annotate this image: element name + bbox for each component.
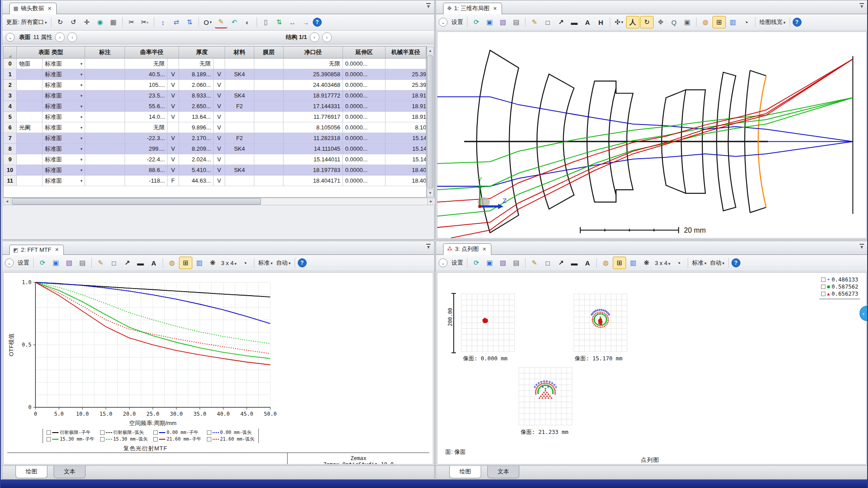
rectangle-tool-icon[interactable]: □ xyxy=(541,257,554,269)
layers-icon[interactable]: ❋ xyxy=(206,257,219,269)
clear-semi-dia-cell[interactable]: 18.404171 xyxy=(284,176,343,186)
radius-cell[interactable]: 无限 xyxy=(125,59,167,69)
arrow-tool-icon[interactable]: ↗ xyxy=(555,16,567,28)
material-cell[interactable]: SK4 xyxy=(225,90,254,101)
row-number[interactable]: 4 xyxy=(4,101,17,112)
surface-name-cell[interactable] xyxy=(17,112,43,122)
lamp-icon[interactable]: ◍ xyxy=(166,257,178,269)
text-tool-icon[interactable]: A xyxy=(148,257,160,269)
thickness-cell[interactable]: 2.650... xyxy=(179,101,214,112)
save-icon[interactable]: ▧ xyxy=(497,257,509,269)
rotate-icon[interactable]: ↻ xyxy=(640,16,654,28)
orbit-icon[interactable]: 人 xyxy=(626,16,639,28)
row-number[interactable]: 8 xyxy=(4,144,17,154)
surface-type-cell[interactable]: 标准面▾ xyxy=(43,59,85,69)
save-icon[interactable]: ▧ xyxy=(497,16,509,28)
coating-cell[interactable] xyxy=(254,165,284,176)
help-icon[interactable]: ? xyxy=(732,258,740,267)
thickness-cell[interactable]: 8.933... xyxy=(179,90,214,101)
material-cell[interactable] xyxy=(225,154,254,165)
coating-cell[interactable] xyxy=(254,133,284,144)
thickness-solve-flag[interactable]: V xyxy=(214,101,225,112)
film-icon[interactable]: ▦ xyxy=(107,16,120,28)
material-cell[interactable] xyxy=(225,112,254,122)
material-cell[interactable] xyxy=(225,122,254,133)
comment-cell[interactable] xyxy=(85,59,125,69)
coating-cell[interactable] xyxy=(254,154,284,165)
extension-cell[interactable]: 0.0000... xyxy=(343,80,385,90)
surface-name-cell[interactable] xyxy=(17,69,43,80)
global-coordinates-icon[interactable]: ◉ xyxy=(94,16,106,28)
reset-view-icon[interactable]: ▣ xyxy=(681,16,693,28)
close-icon[interactable]: ✕ xyxy=(55,247,59,253)
standard-dropdown[interactable]: 标准▾ xyxy=(691,259,708,267)
settings-button[interactable]: 设置 xyxy=(16,259,31,267)
column-header-clear[interactable]: 净口径 xyxy=(284,47,343,58)
chevron-down-icon[interactable]: ⌄ xyxy=(6,33,15,42)
refresh-icon[interactable]: ⟳ xyxy=(470,16,483,28)
mech-semi-dia-cell[interactable]: 无限 xyxy=(385,59,426,69)
clear-semi-dia-cell[interactable]: 8.105056 xyxy=(284,122,343,133)
comment-cell[interactable] xyxy=(85,90,125,101)
thickness-cell[interactable]: 9.896... xyxy=(179,122,214,133)
mech-semi-dia-cell[interactable]: 18.404171 xyxy=(385,176,426,186)
panel-menu-icon[interactable]: ▼ xyxy=(426,244,431,249)
mech-semi-dia-cell[interactable]: 15.144011 xyxy=(385,144,426,154)
thickness-solve-flag[interactable]: V xyxy=(214,154,225,165)
radius-solve-flag[interactable] xyxy=(167,59,179,69)
scroll-right-icon[interactable]: ► xyxy=(427,198,435,205)
surface-type-cell[interactable]: 标准面▾ xyxy=(43,144,85,154)
table-row-surface-11[interactable]: 11标准面▾-118...F44.63...V18.4041710.0000..… xyxy=(4,176,426,186)
radius-cell[interactable]: 88.6... xyxy=(125,165,167,176)
surface-name-cell[interactable]: 物面 xyxy=(17,59,43,69)
coating-cell[interactable] xyxy=(254,112,284,122)
refresh-icon[interactable]: ⟳ xyxy=(36,257,49,269)
line-tool-icon[interactable]: ▬ xyxy=(134,257,147,269)
thickness-solve-flag[interactable]: V xyxy=(214,80,225,90)
comment-cell[interactable] xyxy=(85,154,125,165)
thickness-cell[interactable]: 无限 xyxy=(179,59,214,69)
mech-semi-dia-cell[interactable]: 15.144011 xyxy=(385,154,426,165)
material-cell[interactable]: SK4 xyxy=(225,165,254,176)
tab-lens-data[interactable]: ▦ 镜头数据 ✕ xyxy=(9,3,57,14)
pencil-icon[interactable]: ✎ xyxy=(528,257,541,269)
coating-cell[interactable] xyxy=(254,90,284,101)
table-row-surface-10[interactable]: 10标准面▾88.6...V5.410...VSK418.1977830.000… xyxy=(4,165,426,176)
material-cell[interactable] xyxy=(225,80,254,90)
pencil-icon[interactable]: ✎ xyxy=(94,257,107,269)
clear-semi-dia-cell[interactable]: 25.390858 xyxy=(284,69,343,80)
thickness-cell[interactable]: 8.209... xyxy=(179,144,214,154)
line-tool-icon[interactable]: ▬ xyxy=(568,257,580,269)
thickness-cell[interactable]: 8.189... xyxy=(179,69,214,80)
help-icon[interactable]: ? xyxy=(298,258,307,267)
radius-solve-flag[interactable] xyxy=(167,122,179,133)
extension-cell[interactable]: 0.0000... xyxy=(343,90,385,101)
surface-type-cell[interactable]: 标准面▾ xyxy=(43,133,85,144)
mech-semi-dia-cell[interactable]: 18.917772 xyxy=(385,90,426,101)
surface-name-cell[interactable] xyxy=(17,101,43,112)
clear-semi-dia-cell[interactable]: 18.917772 xyxy=(284,90,343,101)
radius-cell[interactable]: 299.... xyxy=(125,144,167,154)
spot-plot-area[interactable]: +0.486133■0.587562▲0.656273 200.00 像面: 0… xyxy=(437,272,867,465)
clear-semi-dia-cell[interactable]: 17.144331 xyxy=(284,101,343,112)
table-row-surface-4[interactable]: 4标准面▾55.6...V2.650...VF217.1443310.0000.… xyxy=(4,101,426,112)
rectangle-tool-icon[interactable]: □ xyxy=(541,16,554,28)
comment-cell[interactable] xyxy=(85,80,125,90)
surface-name-cell[interactable] xyxy=(17,80,43,90)
aperture-dropdown[interactable]: O▾ xyxy=(202,16,214,28)
tab-3d-layout[interactable]: ✥ 1: 三维布局图 ✕ xyxy=(443,3,502,14)
clear-semi-dia-cell[interactable]: 11.282318 xyxy=(284,133,343,144)
next-surface-button[interactable]: › xyxy=(67,32,77,42)
column-header-mech[interactable]: 机械半直径 xyxy=(385,47,426,58)
material-cell[interactable] xyxy=(225,176,254,186)
vignetting-icon[interactable]: ✎ xyxy=(215,16,227,28)
dock-window-icon[interactable]: ⊞ xyxy=(179,257,192,269)
print-icon[interactable]: ▤ xyxy=(510,16,522,28)
print-icon[interactable]: ▤ xyxy=(510,257,522,269)
extension-cell[interactable]: 0.0000... xyxy=(343,69,385,80)
extension-cell[interactable]: 0.0000... xyxy=(343,112,385,122)
radius-solve-flag[interactable]: V xyxy=(167,144,179,154)
surface-name-cell[interactable] xyxy=(17,133,43,144)
chevron-down-icon[interactable]: ⌄ xyxy=(439,258,448,267)
extension-cell[interactable]: 0.0000... xyxy=(343,101,385,112)
